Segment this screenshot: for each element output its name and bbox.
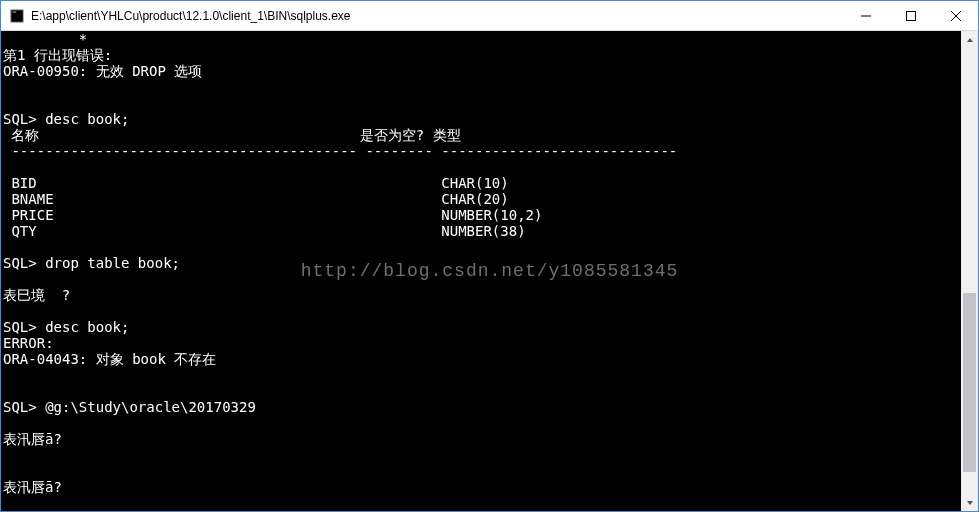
svg-marker-7 xyxy=(967,501,973,505)
terminal-line: SQL> @g:\Study\oracle\20170329 xyxy=(3,399,256,415)
titlebar[interactable]: E:\app\client\YHLCu\product\12.1.0\clien… xyxy=(1,1,978,31)
app-icon xyxy=(9,8,25,24)
terminal-line: ORA-04043: 对象 book 不存在 xyxy=(3,351,216,367)
terminal-line: BNAME CHAR(20) xyxy=(3,191,509,207)
window-controls xyxy=(843,1,978,30)
maximize-button[interactable] xyxy=(888,1,933,30)
terminal-line: ERROR: xyxy=(3,335,54,351)
scrollbar-thumb[interactable] xyxy=(963,293,976,471)
terminal-line: ORA-00950: 无效 DROP 选项 xyxy=(3,63,202,79)
terminal-line: * xyxy=(3,31,87,47)
scroll-down-button[interactable] xyxy=(961,494,978,511)
window-title: E:\app\client\YHLCu\product\12.1.0\clien… xyxy=(31,9,843,23)
terminal-line: ----------------------------------------… xyxy=(3,143,677,159)
terminal-line: 表汛唇ā? xyxy=(3,479,62,495)
terminal-line: BID CHAR(10) xyxy=(3,175,509,191)
minimize-button[interactable] xyxy=(843,1,888,30)
terminal-line: 第1 行出现错误: xyxy=(3,47,112,63)
svg-rect-1 xyxy=(13,11,17,12)
close-button[interactable] xyxy=(933,1,978,30)
terminal-line: 表汛唇ā? xyxy=(3,431,62,447)
terminal-line: SQL> drop table book; xyxy=(3,255,180,271)
terminal-line: PRICE NUMBER(10,2) xyxy=(3,207,542,223)
svg-rect-3 xyxy=(906,11,915,20)
scroll-up-button[interactable] xyxy=(961,31,978,48)
terminal-line: SQL> desc book; xyxy=(3,111,129,127)
vertical-scrollbar[interactable] xyxy=(961,31,978,511)
terminal-line: 表巳境 ? xyxy=(3,287,70,303)
terminal-output[interactable]: * 第1 行出现错误: ORA-00950: 无效 DROP 选项 SQL> d… xyxy=(1,31,961,511)
terminal-line: 名称 是否为空? 类型 xyxy=(3,127,461,143)
terminal-line: QTY NUMBER(38) xyxy=(3,223,526,239)
terminal-line: SQL> desc book; xyxy=(3,319,129,335)
svg-marker-6 xyxy=(967,38,973,42)
scrollbar-track[interactable] xyxy=(961,48,978,494)
